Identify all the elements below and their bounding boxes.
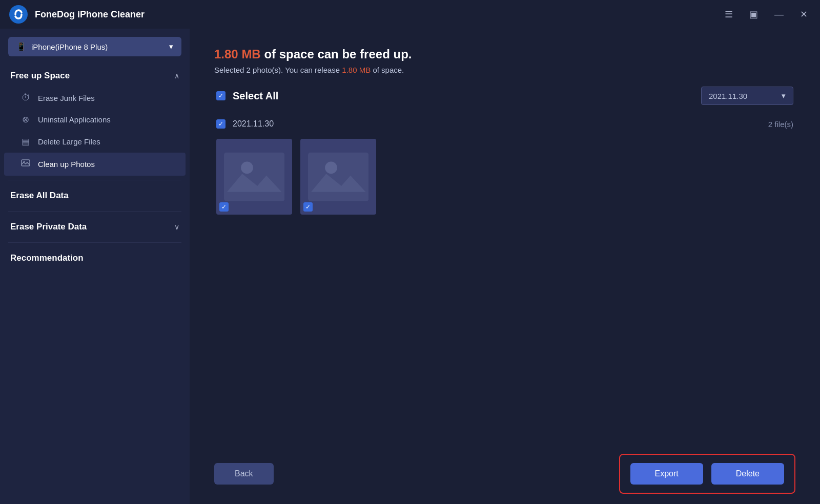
photo-group-count: 2 file(s) [768, 120, 793, 129]
sidebar: 📱 iPhone(iPhone 8 Plus) ▾ Free up Space … [0, 29, 190, 504]
photo-group-left: ✓ 2021.11.30 [216, 119, 274, 129]
photo-group-date: 2021.11.30 [233, 119, 274, 129]
clean-photos-label: Clean up Photos [38, 160, 95, 169]
date-filter-dropdown[interactable]: 2021.11.30 ▾ [701, 87, 793, 105]
device-icon: 📱 [16, 42, 26, 51]
sidebar-item-delete-large[interactable]: ▤ Delete Large Files [4, 131, 186, 153]
select-all-label: Select All [233, 90, 278, 102]
erase-junk-icon: ⏱ [20, 93, 31, 103]
photo-thumbnail-1: ✓ [216, 139, 292, 215]
date-filter-chevron-icon: ▾ [782, 91, 786, 100]
subtitle-prefix: Selected [214, 66, 247, 74]
erase-junk-label: Erase Junk Files [38, 94, 95, 102]
space-amount: 1.80 MB [214, 47, 261, 61]
free-up-space-chevron-icon: ∧ [174, 72, 179, 80]
subtitle-count: 2 [247, 66, 251, 74]
sidebar-divider-3 [8, 242, 181, 243]
erase-private-label: Erase Private Data [10, 222, 87, 232]
device-dropdown-icon: ▾ [169, 42, 173, 51]
sidebar-section-erase-all-data[interactable]: Erase All Data [0, 184, 190, 207]
subtitle-suffix: of space. [371, 66, 404, 74]
list-item[interactable]: ✓ [216, 139, 292, 215]
erase-private-chevron-icon: ∨ [174, 223, 179, 231]
svg-point-4 [241, 161, 253, 174]
device-name: iPhone(iPhone 8 Plus) [31, 43, 108, 51]
app-title: FoneDog iPhone Cleaner [35, 9, 145, 20]
svg-rect-5 [308, 153, 368, 201]
photos-grid: ✓ ✓ [214, 139, 795, 215]
sidebar-divider-2 [8, 211, 181, 212]
bottom-bar: Back Export Delete [190, 444, 820, 504]
delete-large-icon: ▤ [20, 136, 31, 147]
action-buttons-group: Export Delete [619, 454, 796, 494]
photo-group-check-icon: ✓ [218, 121, 223, 127]
delete-button[interactable]: Delete [711, 463, 784, 485]
photo-placeholder-icon-2 [308, 146, 368, 207]
sidebar-section-free-up-space[interactable]: Free up Space ∧ [0, 65, 190, 87]
photo-group-checkbox[interactable]: ✓ [216, 119, 225, 129]
delete-large-label: Delete Large Files [38, 137, 100, 146]
uninstall-apps-label: Uninstall Applications [38, 115, 111, 124]
photo-placeholder-icon-1 [224, 146, 284, 207]
checkbox-check-icon: ✓ [218, 93, 223, 99]
photo-2-checkbox[interactable]: ✓ [303, 202, 313, 212]
space-title-suffix: of space can be freed up. [264, 47, 412, 61]
photo-2-check-icon: ✓ [305, 204, 311, 210]
back-button[interactable]: Back [214, 463, 274, 485]
space-info: 1.80 MB of space can be freed up. Select… [214, 47, 795, 74]
sidebar-item-erase-junk[interactable]: ⏱ Erase Junk Files [4, 87, 186, 109]
space-subtitle: Selected 2 photo(s). You can release 1.8… [214, 66, 795, 74]
subtitle-middle: photo(s). You can release [251, 66, 342, 74]
photo-1-checkbox[interactable]: ✓ [219, 202, 229, 212]
sidebar-item-clean-photos[interactable]: Clean up Photos [4, 153, 186, 176]
date-filter-value: 2021.11.30 [709, 92, 747, 100]
sidebar-divider-1 [8, 180, 181, 180]
space-title: 1.80 MB of space can be freed up. [214, 47, 795, 61]
chat-button[interactable]: ▣ [745, 8, 762, 21]
device-selector-inner: 📱 iPhone(iPhone 8 Plus) [16, 42, 108, 51]
photo-group-header: ✓ 2021.11.30 2 file(s) [214, 115, 795, 133]
select-all-left: ✓ Select All [216, 90, 278, 102]
content-area: 1.80 MB of space can be freed up. Select… [190, 29, 820, 504]
photo-thumbnail-2: ✓ [300, 139, 376, 215]
photo-1-check-icon: ✓ [221, 204, 227, 210]
svg-rect-3 [224, 153, 284, 201]
select-all-checkbox[interactable]: ✓ [216, 91, 225, 100]
device-selector[interactable]: 📱 iPhone(iPhone 8 Plus) ▾ [8, 37, 181, 56]
sidebar-item-uninstall-apps[interactable]: ⊗ Uninstall Applications [4, 109, 186, 131]
clean-photos-icon [20, 158, 31, 170]
sidebar-section-recommendation[interactable]: Recommendation [0, 247, 190, 269]
menu-button[interactable]: ☰ [721, 8, 737, 21]
erase-all-data-label: Erase All Data [10, 191, 69, 200]
export-button[interactable]: Export [630, 463, 703, 485]
minimize-button[interactable]: — [770, 8, 788, 21]
svg-point-0 [9, 5, 28, 24]
recommendation-label: Recommendation [10, 253, 84, 263]
photo-group: ✓ 2021.11.30 2 file(s) [214, 115, 795, 215]
uninstall-apps-icon: ⊗ [20, 114, 31, 125]
free-up-space-label: Free up Space [10, 71, 70, 81]
app-logo-icon [8, 4, 29, 25]
select-all-row: ✓ Select All 2021.11.30 ▾ [214, 87, 795, 105]
title-bar: FoneDog iPhone Cleaner ☰ ▣ — ✕ [0, 0, 820, 29]
sidebar-section-erase-private[interactable]: Erase Private Data ∨ [0, 216, 190, 238]
title-bar-left: FoneDog iPhone Cleaner [8, 4, 145, 25]
svg-point-6 [325, 161, 337, 174]
list-item[interactable]: ✓ [300, 139, 376, 215]
main-layout: 📱 iPhone(iPhone 8 Plus) ▾ Free up Space … [0, 29, 820, 504]
title-bar-right: ☰ ▣ — ✕ [721, 8, 812, 21]
subtitle-amount: 1.80 MB [342, 66, 371, 74]
close-button[interactable]: ✕ [796, 8, 812, 21]
